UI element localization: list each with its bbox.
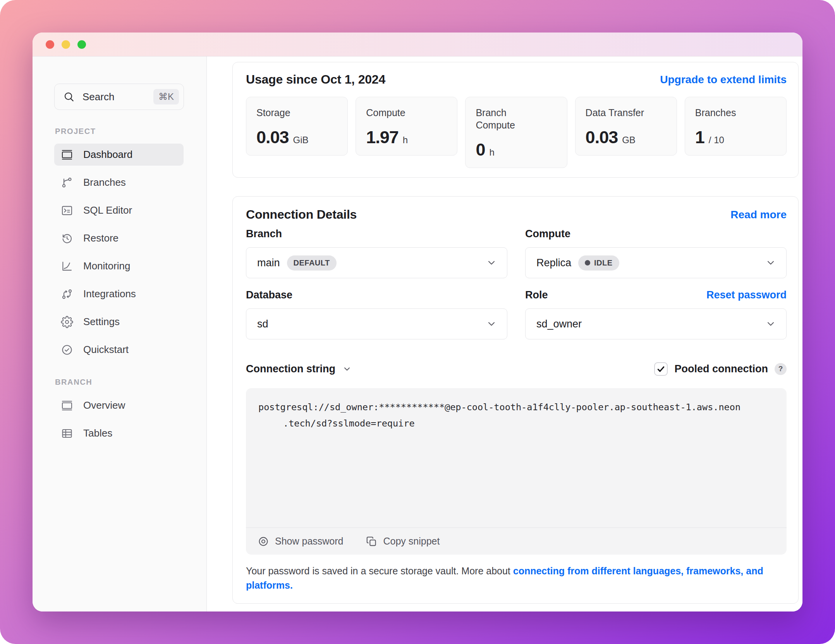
dashboard-icon [61,149,73,161]
password-vault-note: Your password is saved in a secure stora… [246,564,787,593]
upgrade-link[interactable]: Upgrade to extend limits [660,74,787,86]
sidebar-item-tables[interactable]: Tables [54,422,184,444]
stat-card-branch-compute: Branch Compute 0h [465,97,567,168]
check-circle-icon [61,344,73,356]
help-icon[interactable]: ? [775,363,787,375]
stat-card-compute: Compute 1.97h [356,97,457,156]
sidebar-item-label: Tables [83,427,112,439]
sidebar-item-branches[interactable]: Branches [54,171,184,194]
stat-unit: GiB [293,135,309,146]
default-badge: DEFAULT [287,255,337,271]
idle-status-dot [585,260,590,265]
stat-unit: GB [622,135,636,146]
show-password-button[interactable]: Show password [258,536,343,547]
sidebar-item-label: Monitoring [83,260,130,272]
sidebar-item-label: Branches [83,176,126,188]
database-value: sd [257,318,268,330]
connection-string-block: postgresql://sd_owner:************@ep-co… [246,388,787,555]
stat-card-storage: Storage 0.03GiB [246,97,348,156]
git-branch-icon [61,176,73,189]
branch-label: Branch [246,228,282,240]
branch-select[interactable]: main DEFAULT [246,247,507,278]
read-more-link[interactable]: Read more [730,209,787,221]
pooled-connection-checkbox[interactable] [654,362,668,376]
database-label: Database [246,289,292,301]
sidebar-item-label: Integrations [83,288,136,300]
sidebar-item-overview[interactable]: Overview [54,394,184,416]
stat-value: 1.97 [366,128,399,147]
chevron-down-icon [486,257,497,268]
gear-icon [61,316,73,328]
project-nav: Dashboard Branches SQL Editor Restore [33,144,206,361]
search-input[interactable]: Search ⌘K [54,84,184,110]
search-placeholder: Search [82,91,114,103]
sql-editor-icon [61,204,73,217]
chevron-down-icon [486,319,497,329]
sidebar-item-label: SQL Editor [83,204,132,216]
maximize-window-button[interactable] [77,40,86,49]
copy-snippet-button[interactable]: Copy snippet [366,536,440,547]
chevron-down-icon [342,364,352,373]
idle-badge-label: IDLE [594,259,613,267]
compute-select[interactable]: Replica IDLE [525,247,787,278]
sidebar-item-label: Overview [83,399,125,411]
search-icon [63,91,75,103]
stat-label: Branch Compute [476,106,543,131]
sidebar-item-integrations[interactable]: Integrations [54,283,184,305]
password-vault-text: Your password is saved in a secure stora… [246,565,513,576]
connection-details-title: Connection Details [246,207,357,222]
sidebar-item-quickstart[interactable]: Quickstart [54,339,184,361]
copy-snippet-label: Copy snippet [383,536,440,547]
branch-nav: Overview Tables [33,394,206,444]
copy-icon [366,536,377,547]
idle-badge: IDLE [578,255,619,271]
database-select[interactable]: sd [246,308,507,339]
sidebar-item-settings[interactable]: Settings [54,311,184,333]
database-field: Database sd [246,288,507,339]
stat-value: 0.03 [256,128,289,147]
connection-string-label: Connection string [246,363,335,375]
sidebar-item-label: Restore [83,232,119,244]
minimize-window-button[interactable] [62,40,70,49]
stat-value: 0.03 [586,128,618,147]
sidebar-item-label: Dashboard [83,149,132,161]
stat-unit: h [403,135,408,146]
close-window-button[interactable] [46,40,54,49]
pooled-connection-label: Pooled connection [674,363,768,375]
window-titlebar [33,33,802,57]
sidebar-item-sql-editor[interactable]: SQL Editor [54,199,184,221]
sidebar-item-label: Quickstart [83,344,129,356]
sidebar-item-monitoring[interactable]: Monitoring [54,255,184,277]
connection-string-line1: postgresql://sd_owner:************@ep-co… [258,402,741,413]
connection-details-card: Connection Details Read more Branch main… [232,196,799,604]
reset-password-link[interactable]: Reset password [706,289,787,301]
role-select[interactable]: sd_owner [525,308,787,339]
connection-string-value[interactable]: postgresql://sd_owner:************@ep-co… [246,388,787,528]
sidebar-item-label: Settings [83,316,120,328]
eye-icon [258,536,269,547]
sidebar-item-restore[interactable]: Restore [54,227,184,249]
overview-icon [61,399,73,412]
sidebar-item-dashboard[interactable]: Dashboard [54,144,184,166]
compute-label: Compute [525,228,570,240]
compute-value: Replica [536,257,571,269]
pooled-connection-control: Pooled connection ? [654,362,787,376]
stat-label: Storage [256,106,324,119]
restore-clock-icon [61,232,73,245]
main-content: Usage since Oct 1, 2024 Upgrade to exten… [207,57,802,611]
integrations-icon [61,288,73,300]
compute-field: Compute Replica IDLE [525,227,787,278]
stat-card-branches: Branches 1/ 10 [685,97,787,156]
sidebar: Search ⌘K PROJECT Dashboard Branches [33,57,207,611]
usage-title: Usage since Oct 1, 2024 [246,72,385,87]
stat-label: Data Transfer [586,106,653,119]
role-value: sd_owner [536,318,582,330]
stat-card-data-transfer: Data Transfer 0.03GB [575,97,677,156]
chevron-down-icon [765,319,776,329]
checkmark-icon [656,365,665,373]
role-label: Role [525,289,548,301]
connection-string-toggle[interactable]: Connection string [246,363,352,375]
table-icon [61,427,73,440]
branch-value: main [257,257,280,269]
branch-field: Branch main DEFAULT [246,227,507,278]
